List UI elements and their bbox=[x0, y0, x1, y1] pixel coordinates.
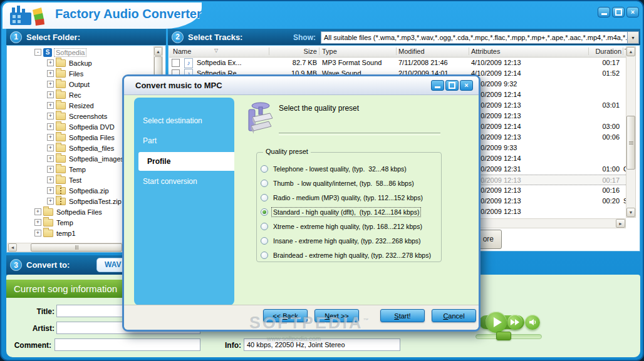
tree-expander-icon[interactable]: + bbox=[47, 166, 54, 173]
tree-item-label[interactable]: Screenshots bbox=[68, 113, 108, 120]
track-row[interactable]: ♪ Softpedia Ex... 82.7 KB MP3 Format Sou… bbox=[169, 58, 626, 68]
quality-preset-option[interactable]: Braindead - extreme high quality, (typ. … bbox=[261, 248, 439, 262]
tree-item-label[interactable]: Files bbox=[68, 70, 85, 78]
column-separator bbox=[396, 48, 397, 55]
tree-item[interactable]: - Softpedia bbox=[8, 47, 153, 58]
tree-expander-icon[interactable]: + bbox=[34, 219, 41, 226]
tree-expander-icon[interactable]: + bbox=[47, 113, 54, 119]
tree-item-label[interactable]: Temp bbox=[55, 219, 75, 226]
quality-preset-option[interactable]: Radio - medium (MP3) quality, (typ. 112.… bbox=[261, 190, 439, 205]
tree-item-label[interactable]: Softpedia DVD bbox=[68, 123, 116, 131]
radio-button-icon[interactable] bbox=[261, 252, 268, 259]
dialog-step-item[interactable]: Select destination bbox=[134, 113, 234, 129]
tree-item-label[interactable]: Softpedia bbox=[54, 48, 86, 57]
step2-badge: 2 bbox=[172, 31, 184, 43]
tree-expander-icon[interactable]: + bbox=[47, 145, 54, 151]
tree-item-label[interactable]: Output bbox=[68, 81, 91, 88]
tree-item-label[interactable]: temp1 bbox=[55, 230, 77, 237]
dialog-close-button[interactable]: × bbox=[460, 80, 473, 91]
tree-item-label[interactable]: Test bbox=[68, 176, 83, 184]
maximize-button[interactable] bbox=[612, 7, 625, 18]
column-duration[interactable]: Duration bbox=[570, 48, 621, 55]
tree-item-label[interactable]: Softpedia Files bbox=[55, 208, 103, 216]
scroll-up-icon[interactable]: ▲ bbox=[154, 47, 162, 56]
heading-separator bbox=[279, 133, 440, 135]
tree-expander-icon[interactable]: + bbox=[47, 155, 54, 162]
file-filter-combobox[interactable]: All suitable files (*.wma,*.mp3,*.wav,*.… bbox=[321, 31, 639, 44]
column-size[interactable]: Size bbox=[282, 48, 317, 55]
list-vertical-scrollbar[interactable]: ▲ ▼ bbox=[626, 46, 636, 218]
scroll-down-icon[interactable]: ▼ bbox=[626, 208, 635, 217]
folder-icon bbox=[56, 113, 66, 120]
radio-button-icon[interactable] bbox=[261, 208, 268, 216]
minimize-button[interactable] bbox=[598, 7, 610, 18]
dialog-title: Convert music to MPC bbox=[135, 81, 222, 90]
tree-item-label[interactable]: Softpedia.zip bbox=[68, 187, 110, 195]
softpedia-folder-icon bbox=[43, 48, 52, 57]
tree-item-label[interactable]: Rec bbox=[68, 91, 83, 99]
scroll-right-icon[interactable]: ► bbox=[616, 219, 625, 228]
column-modified[interactable]: Modified bbox=[398, 48, 425, 55]
dialog-maximize-button[interactable] bbox=[445, 80, 459, 91]
scroll-left-icon[interactable]: ◄ bbox=[8, 243, 17, 252]
radio-button-icon[interactable] bbox=[261, 180, 268, 187]
tree-item-label[interactable]: Softpedia_images bbox=[68, 155, 125, 163]
scroll-up-icon[interactable]: ▲ bbox=[626, 47, 635, 56]
tree-item[interactable]: + Backup bbox=[8, 58, 153, 68]
tree-expander-icon[interactable]: + bbox=[34, 208, 41, 215]
tree-item-label[interactable]: Resized bbox=[68, 102, 95, 109]
play-icon bbox=[494, 317, 502, 327]
play-button[interactable] bbox=[486, 312, 507, 333]
step1-badge: 1 bbox=[10, 31, 22, 43]
quality-preset-option[interactable]: Thumb - low quality/internet, (typ. 58..… bbox=[261, 176, 439, 190]
column-name[interactable]: Name bbox=[173, 48, 191, 55]
cancel-button[interactable]: Cancel bbox=[432, 309, 476, 322]
preset-label: Radio - medium (MP3) quality, (typ. 112.… bbox=[272, 193, 424, 202]
dialog-step-item[interactable]: Profile bbox=[138, 152, 234, 171]
radio-button-icon[interactable] bbox=[261, 165, 268, 173]
dialog-step-item[interactable]: Start conversion bbox=[134, 173, 234, 190]
tree-expander-icon[interactable]: - bbox=[34, 49, 41, 56]
tree-expander-icon[interactable]: + bbox=[47, 187, 54, 194]
tree-expander-icon[interactable]: + bbox=[47, 134, 54, 141]
tree-item-label[interactable]: SoftpediaTest.zip bbox=[68, 198, 123, 205]
tree-hscroll-thumb[interactable] bbox=[31, 243, 122, 252]
column-attributes[interactable]: Attributes bbox=[471, 48, 500, 55]
volume-button[interactable] bbox=[525, 315, 540, 330]
dialog-minimize-button[interactable] bbox=[431, 80, 444, 91]
tree-expander-icon[interactable]: + bbox=[47, 123, 54, 130]
close-button[interactable]: × bbox=[626, 7, 639, 18]
tree-item-label[interactable]: Softpedia_files bbox=[68, 145, 115, 152]
radio-button-icon[interactable] bbox=[261, 223, 268, 230]
quality-preset-option[interactable]: Xtreme - extreme high quality, (typ. 168… bbox=[261, 219, 439, 233]
column-type[interactable]: Type bbox=[322, 48, 337, 55]
tree-expander-icon[interactable]: + bbox=[47, 102, 54, 109]
tree-item-label[interactable]: Backup bbox=[68, 59, 93, 67]
start-button[interactable]: Start! bbox=[380, 309, 425, 322]
quality-preset-option[interactable]: Insane - extreme high quality, (typ. 232… bbox=[261, 233, 439, 248]
quality-preset-option[interactable]: Standard - high quality (dflt), (typ. 14… bbox=[261, 205, 439, 219]
dialog-step-item[interactable]: Part bbox=[134, 133, 234, 149]
radio-button-icon[interactable] bbox=[261, 237, 268, 245]
tree-expander-icon[interactable]: + bbox=[47, 59, 54, 66]
tree-expander-icon[interactable]: + bbox=[47, 176, 54, 183]
tree-expander-icon[interactable]: + bbox=[47, 81, 54, 88]
comment-field[interactable] bbox=[55, 338, 200, 351]
seek-slider-handle[interactable] bbox=[496, 332, 511, 340]
dialog-title-bar[interactable]: Convert music to MPC bbox=[124, 76, 479, 95]
radio-button-icon[interactable] bbox=[261, 194, 268, 201]
tree-expander-icon[interactable]: + bbox=[47, 70, 54, 77]
fast-forward-button[interactable] bbox=[507, 315, 522, 330]
track-checkbox[interactable] bbox=[172, 59, 180, 67]
tree-expander-icon[interactable]: + bbox=[34, 230, 41, 236]
tree-item-label[interactable]: Temp bbox=[68, 166, 87, 173]
list-scroll-thumb[interactable] bbox=[626, 116, 635, 170]
tree-expander-icon[interactable]: + bbox=[47, 91, 54, 98]
tree-item-label[interactable]: Softpedia Files bbox=[68, 134, 116, 141]
tree-expander-icon[interactable]: + bbox=[47, 198, 54, 205]
select-folder-title: Select Folder: bbox=[26, 33, 80, 42]
dropdown-icon[interactable]: ▼ bbox=[627, 32, 638, 43]
track-attributes: 4/10/2009 12:13 bbox=[471, 59, 521, 66]
quality-preset-option[interactable]: Telephone - lowest quality, (typ. 32...4… bbox=[261, 161, 439, 176]
column-separator bbox=[319, 48, 319, 55]
